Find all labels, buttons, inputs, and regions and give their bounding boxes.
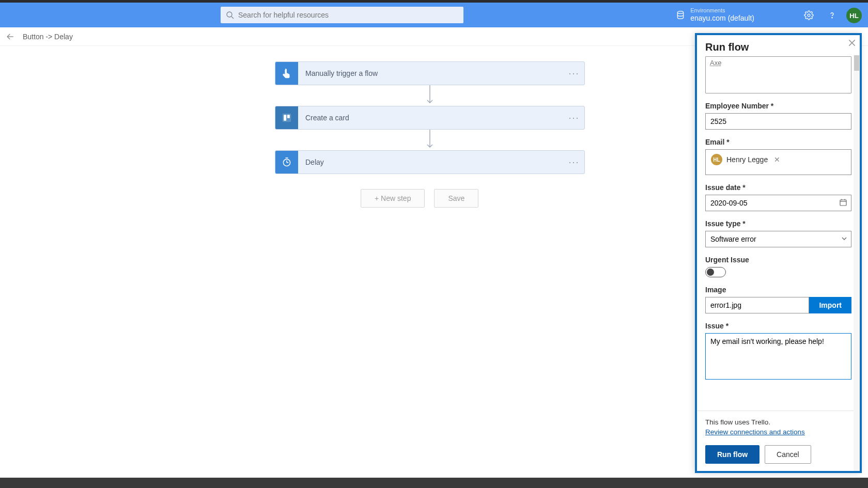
chip-name: Henry Legge: [726, 155, 768, 164]
new-step-button[interactable]: + New step: [361, 189, 425, 208]
chip-remove-icon[interactable]: ✕: [774, 155, 780, 164]
svg-point-0: [227, 12, 232, 17]
canvas-actions: + New step Save: [361, 189, 478, 208]
step-create-card[interactable]: Create a card ···: [275, 106, 585, 130]
gear-icon[interactable]: [804, 10, 814, 20]
image-label: Image: [705, 286, 851, 294]
database-icon: [676, 10, 685, 20]
employee-number-input[interactable]: [705, 113, 851, 130]
step-menu-icon[interactable]: ···: [564, 62, 584, 85]
user-avatar[interactable]: HL: [846, 8, 862, 23]
svg-rect-8: [284, 115, 286, 121]
issue-textarea[interactable]: [705, 333, 851, 380]
chip-avatar: HL: [711, 154, 722, 165]
image-filename-input[interactable]: [705, 297, 809, 313]
env-value: enayu.com (default): [690, 14, 754, 23]
run-flow-panel: Run flow Axe Employee Number * Email * H…: [695, 33, 862, 473]
step-delay[interactable]: Delay ···: [275, 150, 585, 174]
touch-icon: [275, 62, 298, 85]
connection-text: This flow uses Trello.: [705, 418, 851, 426]
employee-number-label: Employee Number *: [705, 102, 851, 110]
search-input[interactable]: [238, 11, 458, 19]
trello-icon: [275, 106, 298, 129]
svg-point-4: [832, 17, 832, 18]
step-menu-icon[interactable]: ···: [564, 151, 584, 174]
window-chrome-bottom: [0, 478, 868, 488]
search-icon: [226, 11, 234, 19]
email-label: Email *: [705, 138, 851, 146]
email-people-picker[interactable]: HL Henry Legge ✕: [705, 149, 851, 175]
urgent-toggle[interactable]: [705, 267, 726, 277]
clock-icon: [275, 151, 298, 174]
issue-date-input[interactable]: [705, 195, 851, 211]
import-button[interactable]: Import: [809, 297, 851, 313]
run-flow-button[interactable]: Run flow: [705, 445, 760, 464]
truncated-field[interactable]: Axe: [705, 56, 851, 93]
svg-point-2: [678, 11, 684, 14]
step-label: Delay: [298, 151, 564, 174]
chevron-down-icon[interactable]: [841, 235, 847, 242]
svg-rect-9: [287, 115, 290, 118]
svg-rect-17: [840, 200, 846, 206]
issue-date-label: Issue date *: [705, 183, 851, 192]
arrow-icon: [425, 130, 435, 150]
svg-line-1: [231, 17, 234, 19]
toggle-knob: [707, 269, 714, 276]
calendar-icon[interactable]: [839, 198, 847, 207]
svg-point-3: [808, 14, 810, 17]
step-label: Manually trigger a flow: [298, 62, 564, 85]
back-arrow-icon[interactable]: [5, 32, 16, 42]
email-chip: HL Henry Legge ✕: [709, 153, 782, 166]
save-button[interactable]: Save: [434, 189, 478, 208]
arrow-icon: [425, 85, 435, 106]
help-icon[interactable]: [827, 10, 837, 20]
truncated-value: Axe: [710, 59, 721, 67]
close-icon[interactable]: [847, 38, 857, 48]
review-connections-link[interactable]: Review connections and actions: [705, 428, 805, 436]
step-trigger[interactable]: Manually trigger a flow ···: [275, 61, 585, 85]
breadcrumb-text: Button -> Delay: [23, 33, 73, 41]
panel-footer: This flow uses Trello. Review connection…: [697, 411, 860, 471]
step-label: Create a card: [298, 106, 564, 129]
env-label: Environments: [690, 7, 754, 14]
issue-type-label: Issue type *: [705, 219, 851, 228]
step-menu-icon[interactable]: ···: [564, 106, 584, 129]
issue-type-select[interactable]: [705, 231, 851, 247]
app-header: Environments enayu.com (default) HL: [0, 3, 868, 27]
search-box[interactable]: [221, 7, 463, 23]
environment-picker[interactable]: Environments enayu.com (default): [676, 3, 754, 27]
issue-label: Issue *: [705, 322, 851, 330]
cancel-button[interactable]: Cancel: [765, 445, 811, 464]
panel-title: Run flow: [697, 35, 860, 56]
urgent-label: Urgent Issue: [705, 256, 851, 264]
